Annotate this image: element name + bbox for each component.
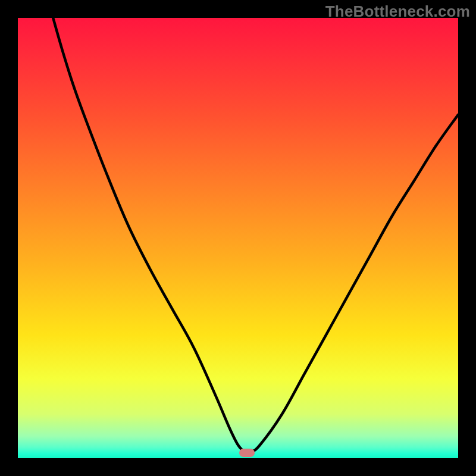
plot-area (18, 18, 458, 458)
bottleneck-curve (53, 18, 458, 452)
minimum-marker (239, 449, 255, 457)
chart-frame: TheBottleneck.com (0, 0, 476, 476)
watermark-text: TheBottleneck.com (325, 2, 470, 21)
curve-svg (18, 18, 458, 458)
